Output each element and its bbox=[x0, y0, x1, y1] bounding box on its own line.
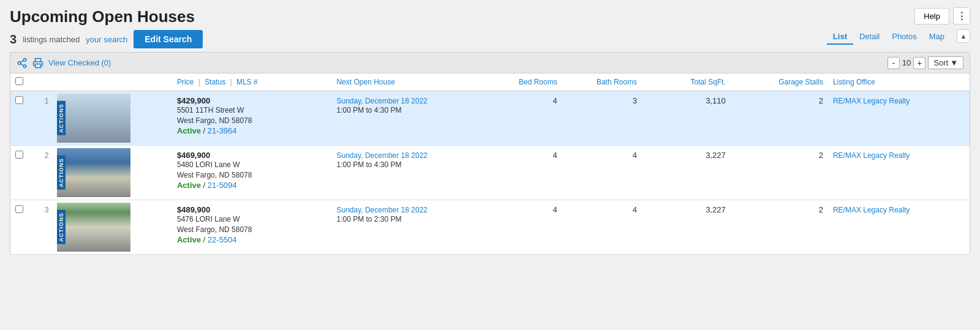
listing-status-1: Active bbox=[177, 126, 201, 135]
sort-arrow-icon: ▼ bbox=[950, 58, 958, 67]
edit-search-button[interactable]: Edit Search bbox=[134, 30, 203, 48]
per-page-label: 10 bbox=[902, 58, 911, 67]
listing-baths-2: 4 bbox=[562, 146, 642, 200]
listing-baths-3: 4 bbox=[562, 200, 642, 255]
th-status-label: Status bbox=[205, 78, 225, 86]
row-checkbox-1[interactable] bbox=[15, 96, 23, 104]
minus-button[interactable]: - bbox=[888, 57, 900, 69]
listing-price-3: $489,900 bbox=[177, 205, 327, 214]
svg-rect-5 bbox=[36, 64, 41, 67]
actions-tag-3[interactable]: ACTIONS bbox=[57, 210, 66, 244]
row-checkbox-2[interactable] bbox=[15, 151, 23, 159]
th-price-label: Price bbox=[177, 78, 194, 86]
view-tabs-row: List Detail Photos Map ▲ bbox=[827, 27, 970, 45]
listing-status-mls-2: Active / 21-5094 bbox=[177, 181, 327, 190]
table-row: 2 ACTIONS $469,900 5480 LORI Lane W West… bbox=[10, 146, 970, 200]
top-bar: Upcoming Open Houses 3 listings matched … bbox=[10, 7, 970, 48]
listing-mls-3[interactable]: 22-5504 bbox=[208, 235, 237, 244]
table-row: 3 ACTIONS $489,900 5476 LORI Lane W West… bbox=[10, 200, 970, 255]
top-right-row1: Help ⋮ bbox=[914, 7, 970, 24]
listing-address1-3: 5476 LORI Lane W bbox=[177, 214, 327, 225]
toolbar-right: - 10 + Sort ▼ bbox=[888, 56, 963, 69]
listing-mls-1[interactable]: 21-3964 bbox=[208, 126, 237, 135]
listing-address2-1: West Fargo, ND 58078 bbox=[177, 116, 327, 126]
listing-address2-2: West Fargo, ND 58078 bbox=[177, 170, 327, 181]
listing-beds-3: 4 bbox=[491, 200, 562, 255]
th-beds: Bed Rooms bbox=[491, 73, 562, 91]
sort-button[interactable]: Sort ▼ bbox=[928, 56, 963, 69]
listing-garage-3: 2 bbox=[731, 200, 828, 255]
listing-office-1: RE/MAX Legacy Realty bbox=[828, 91, 970, 146]
actions-tag-1[interactable]: ACTIONS bbox=[57, 101, 66, 135]
svg-line-4 bbox=[20, 60, 23, 62]
listing-baths-1: 3 bbox=[562, 91, 642, 146]
listing-garage-1: 2 bbox=[731, 91, 828, 146]
listings-body: 1 ACTIONS $429,900 5501 11TH Street W We… bbox=[10, 91, 970, 255]
listing-office-2: RE/MAX Legacy Realty bbox=[828, 146, 970, 200]
open-house-date-1[interactable]: Sunday, December 18 2022 bbox=[336, 97, 428, 105]
help-button[interactable]: Help bbox=[914, 8, 949, 24]
listing-beds-1: 4 bbox=[491, 91, 562, 146]
th-garage: Garage Stalls bbox=[731, 73, 828, 91]
table-header-row: Price | Status | MLS # Next Open House B… bbox=[10, 73, 970, 91]
listing-image-2[interactable]: ACTIONS bbox=[57, 146, 172, 200]
listing-mls-2[interactable]: 21-5094 bbox=[208, 181, 237, 190]
svg-point-1 bbox=[18, 61, 21, 64]
page-container: Upcoming Open Houses 3 listings matched … bbox=[0, 0, 980, 330]
listing-open-house-2: Sunday, December 18 2022 1:00 PM to 4:30… bbox=[331, 146, 491, 200]
svg-point-0 bbox=[23, 58, 26, 61]
office-link-2[interactable]: RE/MAX Legacy Realty bbox=[833, 151, 910, 160]
th-info: Price | Status | MLS # bbox=[172, 73, 332, 91]
open-house-time-2: 1:00 PM to 4:30 PM bbox=[336, 160, 401, 169]
listings-table: Price | Status | MLS # Next Open House B… bbox=[10, 73, 970, 255]
listing-address1-1: 5501 11TH Street W bbox=[177, 105, 327, 116]
listing-info-3: $489,900 5476 LORI Lane W West Fargo, ND… bbox=[172, 200, 332, 255]
listing-info-2: $469,900 5480 LORI Lane W West Fargo, ND… bbox=[172, 146, 332, 200]
listing-info-1: $429,900 5501 11TH Street W West Fargo, … bbox=[172, 91, 332, 146]
th-mls-label: MLS # bbox=[236, 78, 258, 86]
svg-point-2 bbox=[23, 65, 26, 68]
share-icon[interactable] bbox=[17, 58, 28, 69]
tab-list[interactable]: List bbox=[827, 29, 853, 45]
th-office: Listing Office bbox=[828, 73, 970, 91]
listing-open-house-1: Sunday, December 18 2022 1:00 PM to 4:30… bbox=[331, 91, 491, 146]
print-icon[interactable] bbox=[32, 58, 43, 69]
open-house-time-1: 1:00 PM to 4:30 PM bbox=[336, 106, 401, 114]
listing-sqft-3: 3,227 bbox=[642, 200, 731, 255]
your-search-link[interactable]: your search bbox=[86, 35, 127, 44]
page-title: Upcoming Open Houses bbox=[10, 7, 203, 26]
collapse-icon: ▲ bbox=[960, 32, 967, 40]
office-link-1[interactable]: RE/MAX Legacy Realty bbox=[833, 97, 910, 105]
more-button[interactable]: ⋮ bbox=[953, 7, 970, 24]
listing-image-1[interactable]: ACTIONS bbox=[57, 91, 172, 146]
th-sqft: Total SqFt. bbox=[642, 73, 731, 91]
plus-button[interactable]: + bbox=[913, 57, 925, 69]
svg-line-3 bbox=[20, 64, 23, 66]
open-house-date-3[interactable]: Sunday, December 18 2022 bbox=[336, 206, 428, 214]
th-img bbox=[57, 73, 172, 91]
toolbar-left: View Checked (0) bbox=[17, 58, 111, 69]
open-house-time-3: 1:00 PM to 2:30 PM bbox=[336, 215, 401, 223]
tab-detail[interactable]: Detail bbox=[853, 29, 886, 45]
listing-status-mls-3: Active / 22-5504 bbox=[177, 235, 327, 244]
listing-status-mls-1: Active / 21-3964 bbox=[177, 126, 327, 135]
tab-map[interactable]: Map bbox=[923, 29, 951, 45]
view-checked-link[interactable]: View Checked (0) bbox=[48, 58, 111, 67]
row-checkbox-3[interactable] bbox=[15, 205, 23, 213]
th-open: Next Open House bbox=[331, 73, 491, 91]
listing-price-1: $429,900 bbox=[177, 96, 327, 105]
office-link-3[interactable]: RE/MAX Legacy Realty bbox=[833, 206, 910, 214]
tab-photos[interactable]: Photos bbox=[886, 29, 922, 45]
collapse-button[interactable]: ▲ bbox=[957, 29, 970, 43]
th-num bbox=[36, 73, 57, 91]
listing-beds-2: 4 bbox=[491, 146, 562, 200]
sort-label: Sort bbox=[933, 58, 948, 67]
actions-tag-2[interactable]: ACTIONS bbox=[57, 156, 66, 190]
listing-image-3[interactable]: ACTIONS bbox=[57, 200, 172, 255]
th-check bbox=[10, 73, 37, 91]
listing-sqft-1: 3,110 bbox=[642, 91, 731, 146]
top-right: Help ⋮ List Detail Photos Map ▲ bbox=[827, 7, 970, 45]
open-house-date-2[interactable]: Sunday, December 18 2022 bbox=[336, 151, 428, 160]
select-all-checkbox[interactable] bbox=[15, 77, 23, 85]
row-number-3: 3 bbox=[36, 200, 57, 255]
